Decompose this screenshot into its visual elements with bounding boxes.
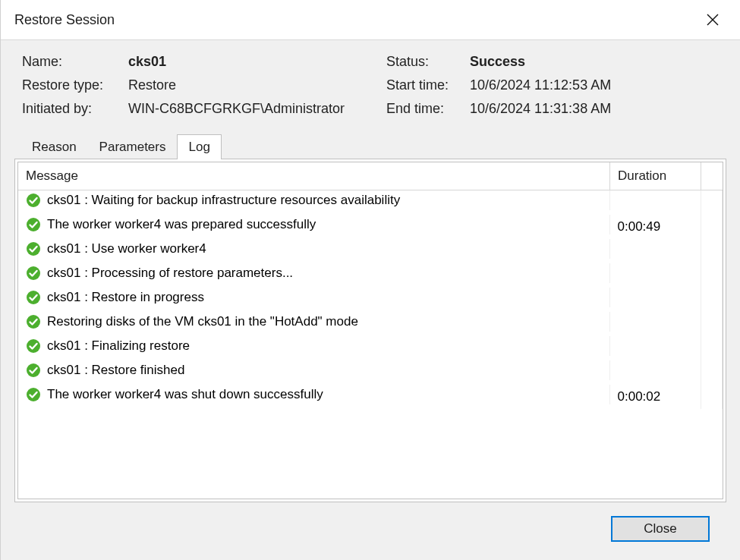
success-icon — [26, 241, 41, 256]
message-text: cks01 : Waiting for backup infrastructur… — [47, 193, 400, 208]
duration-cell — [610, 263, 701, 288]
message-cell: cks01 : Processing of restore parameters… — [18, 263, 610, 283]
success-icon — [26, 193, 41, 208]
gutter-cell — [701, 239, 723, 263]
duration-cell: 0:00:49 — [610, 215, 701, 239]
table-row[interactable]: cks01 : Use worker worker4 — [18, 239, 723, 263]
gutter-cell — [701, 360, 723, 385]
window-title: Restore Session — [14, 12, 115, 28]
table-row[interactable]: cks01 : Processing of restore parameters… — [18, 263, 723, 288]
svg-point-5 — [27, 266, 40, 280]
start-time-value: 10/6/2024 11:12:53 AM — [470, 77, 726, 93]
duration-cell — [610, 360, 701, 385]
message-cell: cks01 : Waiting for backup infrastructur… — [18, 190, 610, 210]
gutter-cell — [701, 312, 723, 336]
gutter-cell — [701, 385, 723, 409]
duration-cell: 0:00:02 — [610, 385, 701, 409]
table-row[interactable]: Restoring disks of the VM cks01 in the "… — [18, 312, 723, 336]
message-cell: Restoring disks of the VM cks01 in the "… — [18, 312, 610, 332]
gutter-cell — [701, 190, 723, 215]
end-time-value: 10/6/2024 11:31:38 AM — [470, 101, 726, 117]
status-value: Success — [470, 54, 726, 70]
content-area: Name: cks01 Status: Success Restore type… — [1, 39, 740, 560]
duration-cell — [610, 288, 701, 312]
initiated-by-label: Initiated by: — [22, 101, 121, 117]
status-label: Status: — [386, 54, 462, 70]
name-label: Name: — [22, 54, 121, 70]
success-icon — [26, 314, 41, 329]
tab-log[interactable]: Log — [177, 134, 221, 159]
tabs: Reason Parameters Log — [14, 134, 726, 159]
duration-cell — [610, 336, 701, 360]
svg-point-8 — [27, 339, 40, 353]
svg-point-2 — [27, 193, 40, 207]
restore-type-value: Restore — [128, 77, 379, 93]
log-panel: Message Duration cks01 : Waiting for bac… — [14, 159, 726, 502]
duration-cell — [610, 312, 701, 336]
message-cell: The worker worker4 was prepared successf… — [18, 215, 610, 234]
success-icon — [26, 266, 41, 281]
end-time-label: End time: — [386, 101, 462, 117]
svg-point-7 — [27, 315, 40, 329]
log-table: Message Duration cks01 : Waiting for bac… — [18, 162, 723, 409]
svg-point-6 — [27, 291, 40, 304]
close-button[interactable]: Close — [611, 516, 710, 542]
message-text: cks01 : Restore finished — [47, 363, 184, 378]
message-text: The worker worker4 was prepared successf… — [47, 217, 316, 232]
message-text: cks01 : Finalizing restore — [47, 338, 190, 354]
svg-point-10 — [27, 388, 40, 401]
session-header: Name: cks01 Status: Success Restore type… — [14, 54, 726, 117]
duration-cell — [610, 239, 701, 263]
table-row[interactable]: The worker worker4 was shut down success… — [18, 385, 723, 409]
footer: Close — [14, 502, 726, 560]
success-icon — [26, 338, 41, 354]
table-filler — [18, 409, 723, 499]
message-text: cks01 : Restore in progress — [47, 290, 204, 305]
table-row[interactable]: cks01 : Finalizing restore — [18, 336, 723, 360]
success-icon — [26, 217, 41, 232]
table-row[interactable]: cks01 : Restore in progress — [18, 288, 723, 312]
message-text: Restoring disks of the VM cks01 in the "… — [47, 314, 358, 329]
svg-point-3 — [27, 218, 40, 231]
restore-type-label: Restore type: — [22, 77, 121, 93]
success-icon — [26, 290, 41, 305]
name-value: cks01 — [128, 54, 379, 70]
success-icon — [26, 387, 41, 402]
table-row[interactable]: cks01 : Waiting for backup infrastructur… — [18, 190, 723, 215]
table-row[interactable]: The worker worker4 was prepared successf… — [18, 215, 723, 239]
tab-reason[interactable]: Reason — [20, 134, 88, 159]
col-message-header[interactable]: Message — [18, 162, 610, 190]
col-duration-header[interactable]: Duration — [610, 162, 701, 190]
start-time-label: Start time: — [386, 77, 462, 93]
gutter-cell — [701, 288, 723, 312]
success-icon — [26, 363, 41, 378]
message-cell: cks01 : Restore in progress — [18, 288, 610, 307]
log-table-wrap: Message Duration cks01 : Waiting for bac… — [17, 162, 723, 499]
gutter-cell — [701, 336, 723, 360]
gutter-cell — [701, 215, 723, 239]
message-cell: The worker worker4 was shut down success… — [18, 385, 610, 404]
message-cell: cks01 : Use worker worker4 — [18, 239, 610, 259]
initiated-by-value: WIN-C68BCFGRKGF\Administrator — [128, 101, 379, 117]
duration-cell — [610, 190, 701, 215]
titlebar: Restore Session — [1, 0, 740, 39]
message-text: cks01 : Processing of restore parameters… — [47, 266, 293, 281]
message-cell: cks01 : Restore finished — [18, 360, 610, 380]
svg-point-9 — [27, 363, 40, 377]
message-text: cks01 : Use worker worker4 — [47, 241, 206, 256]
col-gutter — [701, 162, 723, 190]
close-icon[interactable] — [696, 8, 729, 32]
restore-session-dialog: Restore Session Name: cks01 Status: Succ… — [0, 0, 740, 560]
tab-parameters[interactable]: Parameters — [88, 134, 178, 159]
message-cell: cks01 : Finalizing restore — [18, 336, 610, 356]
svg-point-4 — [27, 242, 40, 256]
gutter-cell — [701, 263, 723, 288]
table-row[interactable]: cks01 : Restore finished — [18, 360, 723, 385]
message-text: The worker worker4 was shut down success… — [47, 387, 323, 402]
